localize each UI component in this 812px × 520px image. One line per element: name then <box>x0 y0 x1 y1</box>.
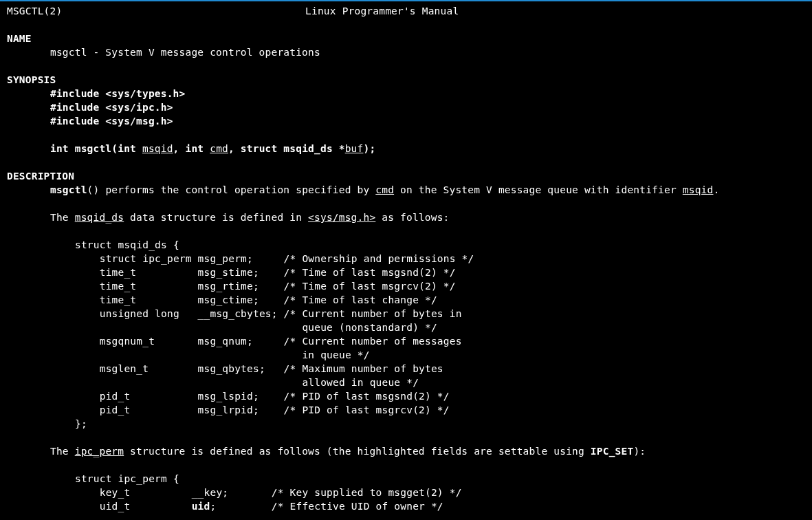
sig-arg-buf: buf <box>345 143 364 154</box>
man-page-viewport[interactable]: MSGCTL(2) Linux Programmer's Manual NAME… <box>0 1 812 513</box>
include-line: #include <sys/types.h> <box>7 87 805 100</box>
sig-prefix: int msgctl(int <box>50 143 142 154</box>
struct-line-prefix: uid_t <box>75 501 192 512</box>
blank-line <box>7 197 805 210</box>
text: () performs the control operation specif… <box>87 184 376 195</box>
description-paragraph: msgctl() performs the control operation … <box>7 183 805 197</box>
blank-line <box>7 18 805 32</box>
section-heading-description: DESCRIPTION <box>7 169 805 183</box>
man-header-line: MSGCTL(2) Linux Programmer's Manual <box>7 4 805 18</box>
blank-line <box>7 224 805 238</box>
blank-line <box>7 155 805 169</box>
struct-name: ipc_perm <box>75 446 124 457</box>
blank-line <box>7 59 805 73</box>
blank-line <box>7 128 805 142</box>
section-heading-synopsis: SYNOPSIS <box>7 73 805 87</box>
arg-msqid: msqid <box>683 184 714 195</box>
text: The <box>50 212 75 223</box>
include-line: #include <sys/ipc.h> <box>7 100 805 114</box>
sig-suffix: ); <box>363 143 375 154</box>
header-ref: <sys/msg.h> <box>308 212 375 223</box>
struct-line: struct ipc_perm { <box>75 473 179 484</box>
text: as follows: <box>375 212 449 223</box>
sig-mid: , int <box>173 143 210 154</box>
man-header-left: MSGCTL(2) <box>7 4 62 18</box>
sig-mid: , struct msqid_ds * <box>228 143 345 154</box>
description-paragraph: The ipc_perm structure is defined as fol… <box>7 444 805 458</box>
struct-definition-msqid-ds: struct msqid_ds { struct ipc_perm msg_pe… <box>7 238 805 431</box>
text: on the System V message queue with ident… <box>394 184 683 195</box>
description-paragraph: The msqid_ds data structure is defined i… <box>7 210 805 224</box>
text: structure is defined as follows (the hig… <box>124 446 591 457</box>
arg-cmd: cmd <box>375 184 394 195</box>
struct-name: msqid_ds <box>75 212 124 223</box>
const-ipc-set: IPC_SET <box>591 446 634 457</box>
text: The <box>50 446 75 457</box>
man-header-center: Linux Programmer's Manual <box>305 4 459 18</box>
name-line: msgctl - System V message control operat… <box>7 45 805 59</box>
text: . <box>713 184 719 195</box>
struct-line-suffix: ; /* Effective UID of owner */ <box>210 501 443 512</box>
text: ): <box>633 446 646 457</box>
fn-name: msgctl <box>50 184 87 195</box>
man-header-right-spacer <box>702 4 805 18</box>
section-heading-name: NAME <box>7 32 805 45</box>
struct-line: key_t __key; /* Key supplied to msgget(2… <box>75 487 462 498</box>
include-line: #include <sys/msg.h> <box>7 114 805 128</box>
struct-definition-ipc-perm: struct ipc_perm { key_t __key; /* Key su… <box>7 472 805 513</box>
sig-arg-cmd: cmd <box>210 143 228 154</box>
struct-field-uid: uid <box>192 501 210 512</box>
blank-line <box>7 431 805 444</box>
sig-arg-msqid: msqid <box>142 143 173 154</box>
text: data structure is defined in <box>124 212 308 223</box>
blank-line <box>7 458 805 472</box>
function-signature: int msgctl(int msqid, int cmd, struct ms… <box>7 142 805 155</box>
